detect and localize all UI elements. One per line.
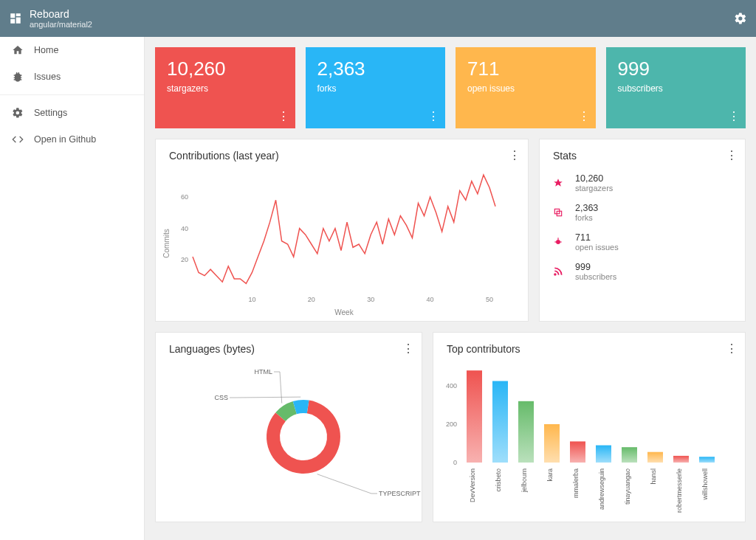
card-title: Contributions (last year) <box>156 139 528 166</box>
svg-text:TYPESCRIPT: TYPESCRIPT <box>379 490 421 497</box>
home-icon <box>12 44 24 56</box>
stat-line: 10,260stargazers <box>540 166 745 195</box>
main-content: 10,260 stargazers ⋮2,363 forks ⋮711 open… <box>145 37 756 540</box>
stat-line: 2,363forks <box>540 195 745 225</box>
stat-card: 2,363 forks ⋮ <box>306 47 446 128</box>
sidebar-item-label: Open in Github <box>34 134 96 145</box>
svg-text:andrewseguin: andrewseguin <box>598 468 605 510</box>
svg-rect-26 <box>467 370 482 463</box>
stat-value: 10,260 <box>167 58 284 80</box>
svg-text:Week: Week <box>334 308 354 316</box>
more-icon[interactable]: ⋮ <box>509 148 520 162</box>
more-icon[interactable]: ⋮ <box>728 111 740 122</box>
svg-text:tinayuangao: tinayuangao <box>624 468 631 505</box>
svg-text:jelbourn: jelbourn <box>520 468 528 493</box>
sidebar-item-label: Settings <box>34 108 67 118</box>
stat-card: 999 subscribers ⋮ <box>606 47 746 128</box>
svg-text:mmalerba: mmalerba <box>572 468 580 498</box>
stat-card: 10,260 stargazers ⋮ <box>155 47 295 128</box>
sidebar: Home Issues Settings Open in Github <box>0 37 145 540</box>
dashboard-icon <box>9 12 22 25</box>
svg-text:Commits: Commits <box>162 229 171 257</box>
svg-text:10: 10 <box>248 296 255 303</box>
top-contributors-card: Top contributors ⋮ 0200400DevVersioncris… <box>433 332 746 522</box>
svg-text:CSS: CSS <box>214 394 228 401</box>
stat-label: forks <box>317 83 434 94</box>
svg-rect-42 <box>673 456 689 463</box>
more-icon[interactable]: ⋮ <box>726 342 738 356</box>
svg-text:60: 60 <box>181 193 188 201</box>
svg-text:DevVersion: DevVersion <box>469 468 476 502</box>
stat-value: 999 <box>618 58 735 80</box>
stat-label: stargazers <box>167 83 284 94</box>
svg-text:40: 40 <box>427 296 434 303</box>
svg-text:50: 50 <box>486 296 493 303</box>
svg-text:hansl: hansl <box>650 468 657 485</box>
svg-rect-2 <box>16 18 21 24</box>
svg-text:400: 400 <box>446 382 457 390</box>
svg-text:20: 20 <box>308 296 315 303</box>
svg-rect-32 <box>544 424 560 463</box>
stat-value: 10,260 <box>575 173 613 184</box>
svg-text:willshowell: willshowell <box>701 468 709 501</box>
sidebar-item-issues[interactable]: Issues <box>0 63 144 90</box>
stat-label: stargazers <box>575 184 613 193</box>
stat-line: 999subscribers <box>540 255 745 284</box>
svg-text:kara: kara <box>546 468 554 482</box>
card-title: Top contributors <box>433 333 745 359</box>
more-icon[interactable]: ⋮ <box>578 111 590 122</box>
svg-text:crisbeto: crisbeto <box>495 468 502 492</box>
svg-text:40: 40 <box>181 225 188 232</box>
rss-icon <box>553 266 565 277</box>
stat-card: 711 open issues ⋮ <box>456 47 596 128</box>
stat-line: 711open issues <box>540 225 745 255</box>
gear-icon[interactable] <box>734 12 747 25</box>
bug-icon <box>12 71 24 83</box>
stat-label: open issues <box>467 83 584 94</box>
more-icon[interactable]: ⋮ <box>278 111 289 122</box>
stat-value: 999 <box>575 262 616 272</box>
copy-icon <box>553 207 565 218</box>
svg-rect-38 <box>622 447 637 463</box>
svg-rect-0 <box>10 13 15 18</box>
svg-point-19 <box>554 274 556 275</box>
stat-value: 711 <box>575 232 619 243</box>
sidebar-item-github[interactable]: Open in Github <box>0 126 144 153</box>
svg-rect-3 <box>10 19 15 24</box>
app-header: Reboard angular/material2 <box>0 0 756 37</box>
svg-text:200: 200 <box>446 420 457 428</box>
card-title: Languages (bytes) <box>156 333 422 359</box>
stat-label: subscribers <box>618 83 735 94</box>
languages-card: Languages (bytes) ⋮ TYPESCRIPTHTMLCSS <box>155 332 422 522</box>
app-title: Reboard <box>30 8 92 20</box>
svg-rect-44 <box>699 457 715 463</box>
svg-rect-30 <box>518 401 534 463</box>
stat-label: subscribers <box>575 272 616 281</box>
star-icon <box>553 178 565 188</box>
stat-value: 2,363 <box>575 203 598 213</box>
svg-text:HTML: HTML <box>255 368 273 375</box>
gear-icon <box>12 107 24 119</box>
sidebar-item-settings[interactable]: Settings <box>0 100 144 126</box>
bug-icon <box>553 237 565 247</box>
stat-value: 2,363 <box>317 58 434 80</box>
contributions-card: Contributions (last year) ⋮ 204060102030… <box>155 139 529 322</box>
svg-text:30: 30 <box>367 296 374 303</box>
contributions-chart: 2040601020304050CommitsWeek <box>156 166 510 321</box>
stat-value: 711 <box>467 58 584 80</box>
svg-rect-34 <box>570 441 585 463</box>
more-icon[interactable]: ⋮ <box>402 342 414 356</box>
more-icon[interactable]: ⋮ <box>427 111 439 122</box>
stat-label: open issues <box>575 243 619 252</box>
svg-rect-28 <box>492 381 508 463</box>
svg-rect-1 <box>16 13 21 16</box>
sidebar-item-home[interactable]: Home <box>0 37 144 63</box>
svg-text:20: 20 <box>181 256 188 263</box>
app-subtitle: angular/material2 <box>30 20 92 29</box>
card-title: Stats <box>540 139 745 166</box>
sidebar-item-label: Home <box>34 45 58 55</box>
more-icon[interactable]: ⋮ <box>726 148 738 162</box>
languages-chart: TYPESCRIPTHTMLCSS <box>156 359 422 522</box>
sidebar-item-label: Issues <box>34 72 61 82</box>
svg-text:robertmesserle: robertmesserle <box>676 468 683 513</box>
